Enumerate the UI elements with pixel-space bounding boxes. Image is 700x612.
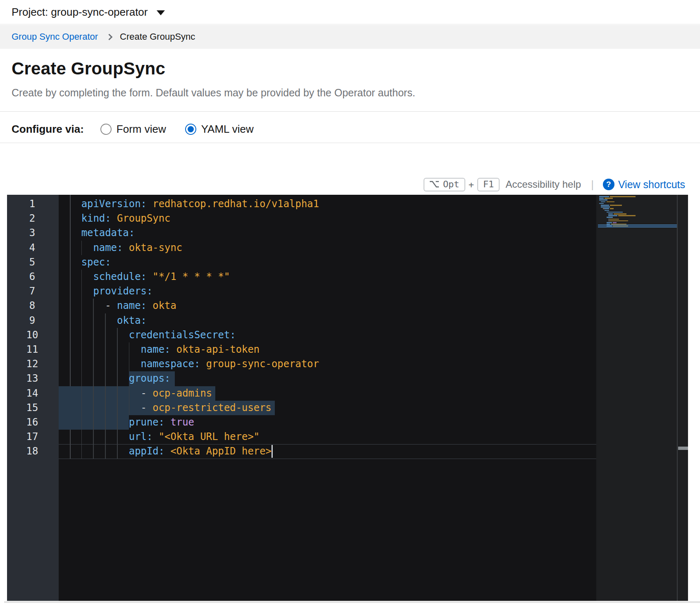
minimap-line <box>599 199 682 201</box>
code-text: spec: <box>81 255 111 270</box>
line-number: 3 <box>20 226 45 240</box>
overview-ruler-border <box>677 195 678 601</box>
accessibility-help-label: Accessibility help <box>505 179 581 190</box>
code-text: kind: GroupSync <box>81 211 171 226</box>
breadcrumb-current: Create GroupSync <box>120 31 195 42</box>
line-number: 12 <box>20 357 45 371</box>
line-number: 13 <box>20 371 45 386</box>
code-line-5[interactable]: 5spec: <box>7 255 596 270</box>
breadcrumb-link-group-sync-operator[interactable]: Group Sync Operator <box>12 31 98 42</box>
code-text: groups: <box>81 371 171 386</box>
minimap-line <box>599 215 682 216</box>
line-number: 9 <box>20 313 45 328</box>
minimap-line <box>599 201 682 203</box>
line-number: 14 <box>20 386 45 401</box>
minimap-current-line <box>598 225 677 227</box>
editor-minimap[interactable] <box>596 195 688 601</box>
kbd-f1-label: F1 <box>483 179 494 189</box>
line-number: 10 <box>20 328 45 342</box>
line-number: 4 <box>20 241 45 255</box>
code-text: prune: true <box>81 415 194 430</box>
code-text: appId: <Okta AppID here> <box>81 444 271 459</box>
minimap-line <box>599 217 682 218</box>
page: Project: group-sync-operator Group Sync … <box>0 0 700 612</box>
code-line-17[interactable]: 17 url: "<Okta URL here>" <box>7 430 596 444</box>
minimap-line <box>599 208 682 209</box>
chevron-right-icon <box>106 33 113 40</box>
minimap-line <box>599 222 682 223</box>
code-text: - ocp-admins <box>81 386 212 401</box>
minimap-line <box>599 203 682 204</box>
code-line-18[interactable]: 18 appId: <Okta AppID here> <box>7 444 596 459</box>
code-text: namespace: group-sync-operator <box>81 357 319 371</box>
radio-form-view[interactable] <box>100 124 112 135</box>
line-number: 6 <box>20 270 45 284</box>
radio-yaml-view-label[interactable]: YAML view <box>201 123 254 136</box>
code-text: - ocp-restricted-users <box>81 401 271 415</box>
divider <box>0 143 700 143</box>
question-circle-icon[interactable]: ? <box>603 179 614 190</box>
yaml-editor[interactable]: 1apiVersion: redhatcop.redhat.io/v1alpha… <box>7 195 688 601</box>
caret-down-icon <box>157 10 165 15</box>
code-line-7[interactable]: 7 providers: <box>7 284 596 299</box>
code-line-12[interactable]: 12 namespace: group-sync-operator <box>7 357 596 371</box>
line-number: 8 <box>20 299 45 313</box>
code-line-10[interactable]: 10 credentialsSecret: <box>7 328 596 342</box>
minimap-line <box>599 212 682 213</box>
radio-yaml-view[interactable] <box>185 124 196 135</box>
code-line-2[interactable]: 2kind: GroupSync <box>7 211 596 226</box>
line-number: 18 <box>20 444 45 459</box>
plus-text: + <box>469 179 474 190</box>
code-line-6[interactable]: 6 schedule: "*/1 * * * *" <box>7 270 596 284</box>
toolbar-divider: | <box>591 178 594 191</box>
code-line-15[interactable]: 15 - ocp-restricted-users <box>7 401 596 415</box>
code-text: url: "<Okta URL here>" <box>81 430 260 444</box>
page-title: Create GroupSync <box>12 59 165 79</box>
line-number: 15 <box>20 401 45 415</box>
overview-cursor-marker[interactable] <box>678 447 688 450</box>
minimap-line <box>599 205 682 206</box>
configure-via-row: Configure via: Form view YAML view <box>12 119 254 139</box>
breadcrumb: Group Sync Operator Create GroupSync <box>0 25 700 49</box>
code-text: metadata: <box>81 226 135 240</box>
radio-form-view-label[interactable]: Form view <box>117 123 166 136</box>
code-line-11[interactable]: 11 name: okta-api-token <box>7 342 596 357</box>
view-shortcuts-link[interactable]: View shortcuts <box>618 179 685 191</box>
line-number: 11 <box>20 342 45 357</box>
code-text: apiVersion: redhatcop.redhat.io/v1alpha1 <box>81 197 319 211</box>
minimap-line <box>599 198 682 199</box>
code-line-1[interactable]: 1apiVersion: redhatcop.redhat.io/v1alpha… <box>7 197 596 211</box>
line-number: 5 <box>20 255 45 270</box>
code-line-4[interactable]: 4 name: okta-sync <box>7 241 596 255</box>
minimap-line <box>599 213 682 215</box>
kbd-opt-key: Opt <box>424 178 465 191</box>
line-number: 2 <box>20 211 45 226</box>
code-text: schedule: "*/1 * * * *" <box>81 270 230 284</box>
radio-selected-dot <box>188 126 194 132</box>
code-text: - name: okta <box>81 299 176 313</box>
code-line-13[interactable]: 13 groups: <box>7 371 596 386</box>
line-number: 1 <box>20 197 45 211</box>
code-line-16[interactable]: 16 prune: true <box>7 415 596 430</box>
code-line-8[interactable]: 8 - name: okta <box>7 299 596 313</box>
minimap-line <box>599 210 682 211</box>
text-cursor <box>271 445 273 458</box>
code-line-9[interactable]: 9 okta: <box>7 313 596 328</box>
editor-bottom-border <box>4 601 700 603</box>
code-line-3[interactable]: 3metadata: <box>7 226 596 240</box>
minimap-line <box>599 206 682 208</box>
minimap-line <box>599 196 682 197</box>
line-number: 16 <box>20 415 45 430</box>
minimap-line <box>599 219 682 220</box>
code-text: okta: <box>81 313 147 328</box>
kbd-f1-key: F1 <box>477 178 500 191</box>
project-selector[interactable]: Project: group-sync-operator <box>0 0 700 24</box>
code-text: credentialsSecret: <box>81 328 236 342</box>
code-line-14[interactable]: 14 - ocp-admins <box>7 386 596 401</box>
editor-shortcuts-toolbar: Opt + F1 Accessibility help | ? View sho… <box>424 176 685 193</box>
code-text: name: okta-api-token <box>81 342 260 357</box>
project-selector-label: Project: group-sync-operator <box>12 6 148 19</box>
minimap-line <box>599 220 682 222</box>
line-number: 7 <box>20 284 45 299</box>
code-text: providers: <box>81 284 153 299</box>
